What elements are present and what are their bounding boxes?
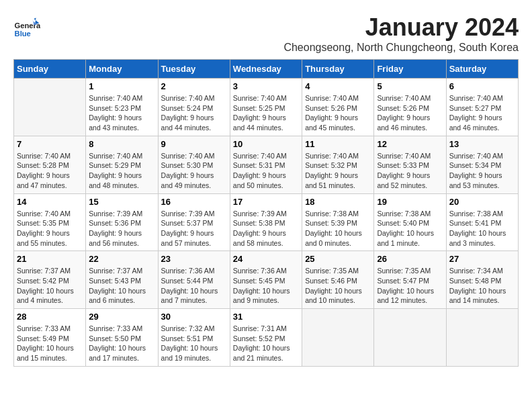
- calendar-cell: [14, 79, 86, 136]
- calendar-week-row: 21Sunrise: 7:37 AM Sunset: 5:42 PM Dayli…: [14, 251, 519, 309]
- calendar-cell: 16Sunrise: 7:39 AM Sunset: 5:37 PM Dayli…: [158, 193, 230, 251]
- calendar-cell: 18Sunrise: 7:38 AM Sunset: 5:39 PM Dayli…: [302, 193, 374, 251]
- day-number: 8: [89, 139, 154, 149]
- day-info: Sunrise: 7:40 AM Sunset: 5:33 PM Dayligh…: [377, 151, 443, 191]
- title-block: January 2024 Cheongseong, North Chungche…: [283, 13, 519, 54]
- day-number: 17: [233, 197, 299, 207]
- day-number: 26: [377, 254, 443, 264]
- calendar-cell: 28Sunrise: 7:33 AM Sunset: 5:49 PM Dayli…: [14, 309, 86, 367]
- calendar-cell: 12Sunrise: 7:40 AM Sunset: 5:33 PM Dayli…: [374, 136, 446, 193]
- day-info: Sunrise: 7:35 AM Sunset: 5:47 PM Dayligh…: [377, 266, 443, 306]
- day-number: 1: [89, 81, 154, 91]
- day-info: Sunrise: 7:40 AM Sunset: 5:27 PM Dayligh…: [449, 93, 515, 133]
- calendar-cell: 30Sunrise: 7:32 AM Sunset: 5:51 PM Dayli…: [158, 309, 230, 367]
- day-number: 20: [449, 197, 515, 207]
- calendar-cell: 25Sunrise: 7:35 AM Sunset: 5:46 PM Dayli…: [302, 251, 374, 309]
- calendar-cell: 20Sunrise: 7:38 AM Sunset: 5:41 PM Dayli…: [446, 193, 518, 251]
- day-number: 27: [449, 254, 515, 264]
- calendar-cell: 7Sunrise: 7:40 AM Sunset: 5:28 PM Daylig…: [14, 136, 86, 193]
- day-number: 13: [449, 139, 515, 149]
- logo: General Blue: [13, 13, 40, 40]
- day-number: 25: [305, 254, 371, 264]
- calendar-table: SundayMondayTuesdayWednesdayThursdayFrid…: [13, 59, 519, 367]
- day-number: 31: [233, 312, 299, 322]
- location-subtitle: Cheongseong, North Chungcheong, South Ko…: [283, 42, 519, 54]
- day-number: 7: [17, 139, 83, 149]
- calendar-week-row: 14Sunrise: 7:40 AM Sunset: 5:35 PM Dayli…: [14, 193, 519, 251]
- calendar-cell: 24Sunrise: 7:36 AM Sunset: 5:45 PM Dayli…: [230, 251, 302, 309]
- calendar-cell: 19Sunrise: 7:38 AM Sunset: 5:40 PM Dayli…: [374, 193, 446, 251]
- day-number: 4: [305, 81, 371, 91]
- day-info: Sunrise: 7:34 AM Sunset: 5:48 PM Dayligh…: [449, 266, 515, 306]
- day-number: 12: [377, 139, 443, 149]
- day-number: 21: [17, 254, 83, 264]
- day-info: Sunrise: 7:40 AM Sunset: 5:30 PM Dayligh…: [161, 151, 227, 191]
- calendar-cell: 23Sunrise: 7:36 AM Sunset: 5:44 PM Dayli…: [158, 251, 230, 309]
- calendar-cell: 15Sunrise: 7:39 AM Sunset: 5:36 PM Dayli…: [86, 193, 158, 251]
- day-number: 9: [161, 139, 227, 149]
- day-number: 18: [305, 197, 371, 207]
- day-info: Sunrise: 7:40 AM Sunset: 5:34 PM Dayligh…: [449, 151, 515, 191]
- calendar-cell: 1Sunrise: 7:40 AM Sunset: 5:23 PM Daylig…: [86, 79, 158, 136]
- calendar-cell: 29Sunrise: 7:33 AM Sunset: 5:50 PM Dayli…: [86, 309, 158, 367]
- day-info: Sunrise: 7:38 AM Sunset: 5:39 PM Dayligh…: [305, 209, 371, 248]
- day-info: Sunrise: 7:40 AM Sunset: 5:23 PM Dayligh…: [89, 93, 154, 133]
- calendar-cell: 6Sunrise: 7:40 AM Sunset: 5:27 PM Daylig…: [446, 79, 518, 136]
- calendar-cell: 14Sunrise: 7:40 AM Sunset: 5:35 PM Dayli…: [14, 193, 86, 251]
- calendar-cell: [374, 309, 446, 367]
- month-year-title: January 2024: [283, 13, 519, 42]
- day-header-monday: Monday: [86, 60, 158, 79]
- day-number: 19: [377, 197, 443, 207]
- calendar-week-row: 7Sunrise: 7:40 AM Sunset: 5:28 PM Daylig…: [14, 136, 519, 193]
- day-header-friday: Friday: [374, 60, 446, 79]
- calendar-cell: 2Sunrise: 7:40 AM Sunset: 5:24 PM Daylig…: [158, 79, 230, 136]
- calendar-cell: 22Sunrise: 7:37 AM Sunset: 5:43 PM Dayli…: [86, 251, 158, 309]
- day-info: Sunrise: 7:32 AM Sunset: 5:51 PM Dayligh…: [161, 324, 227, 363]
- day-info: Sunrise: 7:40 AM Sunset: 5:35 PM Dayligh…: [17, 209, 83, 248]
- day-number: 14: [17, 197, 83, 207]
- day-info: Sunrise: 7:36 AM Sunset: 5:44 PM Dayligh…: [161, 266, 227, 306]
- calendar-cell: 13Sunrise: 7:40 AM Sunset: 5:34 PM Dayli…: [446, 136, 518, 193]
- day-info: Sunrise: 7:31 AM Sunset: 5:52 PM Dayligh…: [233, 324, 299, 363]
- page-header: General Blue January 2024 Cheongseong, N…: [13, 13, 519, 54]
- calendar-cell: 4Sunrise: 7:40 AM Sunset: 5:26 PM Daylig…: [302, 79, 374, 136]
- calendar-cell: 5Sunrise: 7:40 AM Sunset: 5:26 PM Daylig…: [374, 79, 446, 136]
- calendar-cell: 21Sunrise: 7:37 AM Sunset: 5:42 PM Dayli…: [14, 251, 86, 309]
- day-info: Sunrise: 7:40 AM Sunset: 5:32 PM Dayligh…: [305, 151, 371, 191]
- svg-text:Blue: Blue: [15, 30, 31, 38]
- calendar-cell: 8Sunrise: 7:40 AM Sunset: 5:29 PM Daylig…: [86, 136, 158, 193]
- day-number: 16: [161, 197, 227, 207]
- calendar-cell: 11Sunrise: 7:40 AM Sunset: 5:32 PM Dayli…: [302, 136, 374, 193]
- calendar-cell: [302, 309, 374, 367]
- calendar-header-row: SundayMondayTuesdayWednesdayThursdayFrid…: [14, 60, 519, 79]
- day-info: Sunrise: 7:40 AM Sunset: 5:29 PM Dayligh…: [89, 151, 154, 191]
- day-header-wednesday: Wednesday: [230, 60, 302, 79]
- day-number: 22: [89, 254, 154, 264]
- calendar-cell: 3Sunrise: 7:40 AM Sunset: 5:25 PM Daylig…: [230, 79, 302, 136]
- day-info: Sunrise: 7:35 AM Sunset: 5:46 PM Dayligh…: [305, 266, 371, 306]
- calendar-cell: 26Sunrise: 7:35 AM Sunset: 5:47 PM Dayli…: [374, 251, 446, 309]
- day-info: Sunrise: 7:40 AM Sunset: 5:26 PM Dayligh…: [305, 93, 371, 133]
- day-number: 5: [377, 81, 443, 91]
- logo-icon: General Blue: [13, 13, 40, 40]
- calendar-cell: [446, 309, 518, 367]
- day-number: 10: [233, 139, 299, 149]
- day-info: Sunrise: 7:39 AM Sunset: 5:37 PM Dayligh…: [161, 209, 227, 248]
- day-info: Sunrise: 7:40 AM Sunset: 5:26 PM Dayligh…: [377, 93, 443, 133]
- day-header-sunday: Sunday: [14, 60, 86, 79]
- calendar-cell: 17Sunrise: 7:39 AM Sunset: 5:38 PM Dayli…: [230, 193, 302, 251]
- day-info: Sunrise: 7:33 AM Sunset: 5:49 PM Dayligh…: [17, 324, 83, 363]
- day-number: 3: [233, 81, 299, 91]
- day-info: Sunrise: 7:40 AM Sunset: 5:28 PM Dayligh…: [17, 151, 83, 191]
- day-number: 30: [161, 312, 227, 322]
- day-info: Sunrise: 7:38 AM Sunset: 5:41 PM Dayligh…: [449, 209, 515, 248]
- day-header-thursday: Thursday: [302, 60, 374, 79]
- calendar-week-row: 1Sunrise: 7:40 AM Sunset: 5:23 PM Daylig…: [14, 79, 519, 136]
- day-info: Sunrise: 7:38 AM Sunset: 5:40 PM Dayligh…: [377, 209, 443, 248]
- calendar-cell: 27Sunrise: 7:34 AM Sunset: 5:48 PM Dayli…: [446, 251, 518, 309]
- calendar-cell: 9Sunrise: 7:40 AM Sunset: 5:30 PM Daylig…: [158, 136, 230, 193]
- day-info: Sunrise: 7:40 AM Sunset: 5:24 PM Dayligh…: [161, 93, 227, 133]
- day-info: Sunrise: 7:39 AM Sunset: 5:36 PM Dayligh…: [89, 209, 154, 248]
- day-number: 6: [449, 81, 515, 91]
- day-info: Sunrise: 7:37 AM Sunset: 5:42 PM Dayligh…: [17, 266, 83, 306]
